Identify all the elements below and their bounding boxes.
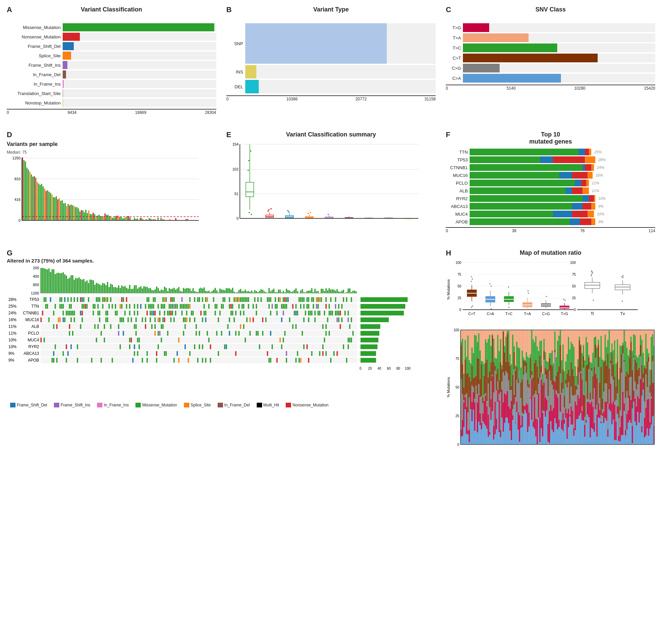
svg-rect-409 (107, 297, 108, 302)
svg-rect-648 (58, 318, 59, 322)
svg-rect-1040 (478, 359, 480, 385)
svg-rect-1291 (535, 336, 537, 360)
svg-rect-1503 (583, 368, 584, 395)
bar-row: T>C (446, 44, 655, 52)
gene-bar-row: TTN25% (446, 148, 655, 155)
svg-rect-641 (348, 311, 349, 316)
svg-rect-1440 (569, 330, 571, 349)
svg-rect-546 (275, 304, 276, 309)
panel-g-label: G (7, 249, 13, 257)
svg-rect-1434 (568, 330, 569, 337)
svg-rect-539 (241, 304, 243, 309)
bar-row: C>A (446, 74, 655, 83)
svg-rect-340 (292, 292, 293, 293)
svg-rect-1068 (485, 330, 487, 339)
svg-rect-445 (248, 297, 249, 302)
svg-rect-1344 (547, 330, 549, 362)
svg-rect-536 (231, 304, 232, 309)
svg-rect-527 (188, 304, 189, 309)
svg-rect-489 (81, 304, 83, 309)
svg-rect-635 (332, 311, 333, 316)
svg-rect-1634 (613, 365, 614, 380)
svg-rect-1083 (488, 384, 489, 414)
svg-rect-140 (245, 182, 254, 197)
svg-rect-688 (265, 318, 266, 322)
svg-rect-758 (270, 331, 271, 336)
svg-rect-794 (120, 344, 121, 349)
svg-rect-1259 (527, 432, 528, 444)
svg-rect-49 (82, 211, 83, 221)
svg-rect-400 (81, 297, 83, 302)
svg-rect-1442 (569, 376, 571, 404)
svg-rect-760 (302, 331, 303, 336)
svg-text:C>G: C>G (542, 312, 550, 316)
svg-rect-781 (283, 338, 284, 342)
svg-rect-1276 (531, 379, 533, 420)
svg-rect-1014 (473, 330, 474, 353)
svg-rect-857 (178, 358, 180, 363)
svg-rect-1544 (593, 376, 594, 399)
svg-rect-731 (360, 324, 380, 329)
svg-rect-1782 (647, 330, 648, 349)
svg-rect-1751 (639, 422, 640, 444)
svg-rect-1695 (626, 391, 628, 414)
svg-rect-300 (229, 288, 230, 293)
svg-rect-774 (137, 338, 139, 342)
svg-rect-1183 (511, 364, 513, 386)
svg-rect-1277 (531, 420, 533, 444)
svg-rect-1762 (641, 426, 643, 432)
svg-rect-630 (318, 311, 319, 316)
panel-e-title: Variant Classification summary (227, 131, 436, 138)
svg-text:10%: 10% (8, 338, 17, 342)
svg-rect-646 (41, 318, 42, 322)
svg-rect-652 (70, 318, 72, 322)
svg-text:102: 102 (232, 167, 238, 171)
svg-rect-1606 (606, 402, 608, 420)
svg-text:416: 416 (15, 198, 21, 202)
svg-rect-682 (229, 318, 230, 322)
svg-rect-619 (270, 311, 271, 316)
svg-rect-1406 (561, 383, 563, 393)
svg-rect-351 (310, 291, 311, 293)
svg-rect-509 (149, 304, 151, 309)
svg-rect-1265 (528, 427, 530, 444)
svg-rect-1619 (609, 410, 610, 444)
svg-rect-413 (126, 297, 127, 302)
svg-rect-457 (286, 297, 287, 302)
svg-rect-683 (234, 318, 235, 322)
svg-rect-519 (173, 304, 175, 309)
svg-rect-1806 (652, 330, 654, 334)
svg-rect-1767 (643, 378, 644, 383)
svg-rect-694 (327, 318, 329, 322)
svg-rect-1392 (559, 330, 560, 336)
svg-rect-1185 (511, 390, 513, 401)
svg-rect-1627 (612, 343, 613, 352)
svg-rect-578 (74, 311, 75, 316)
svg-rect-548 (281, 304, 282, 309)
svg-rect-1155 (504, 376, 505, 394)
svg-rect-368 (336, 289, 338, 293)
svg-rect-39 (68, 204, 69, 221)
svg-rect-534 (223, 304, 224, 309)
svg-rect-1653 (617, 393, 618, 406)
svg-rect-1283 (533, 427, 534, 444)
svg-rect-775 (139, 338, 140, 342)
svg-rect-831 (267, 351, 268, 356)
svg-rect-667 (154, 318, 156, 322)
svg-rect-1450 (571, 407, 572, 424)
svg-rect-1104 (493, 330, 495, 339)
svg-rect-835 (319, 351, 321, 356)
svg-rect-1020 (474, 330, 476, 335)
svg-rect-832 (286, 351, 287, 356)
svg-rect-1233 (522, 413, 523, 416)
svg-rect-1640 (614, 377, 615, 402)
svg-rect-1254 (527, 330, 528, 356)
svg-rect-582 (97, 311, 99, 316)
svg-text:400: 400 (33, 274, 39, 278)
svg-rect-441 (241, 297, 243, 302)
svg-rect-659 (121, 318, 123, 322)
svg-rect-692 (308, 318, 309, 322)
svg-rect-1560 (597, 330, 598, 347)
svg-rect-1375 (554, 331, 556, 350)
svg-rect-45 (76, 207, 77, 221)
